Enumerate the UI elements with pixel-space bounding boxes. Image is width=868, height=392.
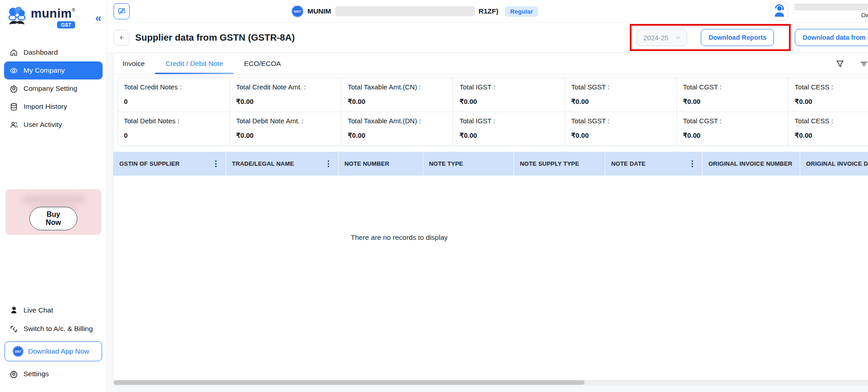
tab-eco-ecoa[interactable]: ECO/ECOA bbox=[234, 53, 292, 74]
column-header-note-supply-type[interactable]: NOTE SUPPLY TYPE bbox=[514, 152, 605, 176]
switch-to-billing-item[interactable]: Switch to A/c. & Billing bbox=[0, 322, 107, 336]
sidebar-item-label: Company Setting bbox=[24, 84, 77, 93]
sidebar-item-label: My Company bbox=[24, 66, 65, 75]
logo-text-block: munim® GST bbox=[31, 8, 75, 28]
sidebar-collapse-icon[interactable]: « bbox=[95, 13, 101, 23]
summary-label: Total Debit Note Amt. : bbox=[236, 117, 335, 125]
user-role-label: Owner bbox=[861, 12, 868, 19]
sidebar-item-import-history[interactable]: Import History bbox=[0, 98, 107, 116]
download-reports-button[interactable]: Download Reports bbox=[701, 29, 774, 46]
column-header-note-date[interactable]: NOTE DATE⋮ bbox=[605, 152, 702, 176]
sidebar-item-company-setting[interactable]: Company Setting bbox=[0, 79, 107, 98]
footer-item-label: Switch to A/c. & Billing bbox=[24, 325, 93, 333]
sidebar-item-dashboard[interactable]: Dashboard bbox=[0, 43, 107, 61]
summary-cell: Total CGST :₹0.00 bbox=[676, 112, 788, 145]
summary-cell: Total Credit Notes :0 bbox=[118, 78, 229, 112]
content-card: Invoice Credit / Debit Note ECO/ECOA Tot… bbox=[113, 52, 868, 386]
horizontal-scrollbar-thumb[interactable] bbox=[113, 380, 585, 385]
summary-value: 0 bbox=[124, 98, 223, 105]
sidebar-item-label: Dashboard bbox=[24, 48, 58, 56]
promo-redacted-text bbox=[23, 196, 84, 203]
column-header-original-invoice-number[interactable]: ORIGINAL INVOICE NUMBER bbox=[702, 152, 800, 176]
summary-label: Total Debit Notes : bbox=[124, 117, 223, 125]
promo-card: Buy Now bbox=[5, 189, 101, 235]
summary-value: ₹0.00 bbox=[348, 131, 446, 140]
munim-mascot-icon bbox=[6, 6, 28, 30]
table-body: There are no records to display bbox=[113, 176, 868, 386]
support-button[interactable] bbox=[770, 2, 788, 20]
summary-value: ₹0.00 bbox=[236, 98, 335, 106]
column-header-note-type[interactable]: NOTE TYPE bbox=[423, 152, 514, 176]
summary-cell: Total CGST :₹0.00 bbox=[676, 78, 788, 112]
summary-label: Total CESS : bbox=[795, 83, 868, 91]
sidebar-item-user-activity[interactable]: User Activity bbox=[0, 116, 107, 134]
back-arrow-icon bbox=[118, 34, 125, 42]
summary-value: 0 bbox=[124, 131, 223, 139]
summary-row-debit: Total Debit Notes :0 Total Debit Note Am… bbox=[118, 112, 868, 145]
summary-value: ₹0.00 bbox=[795, 131, 868, 140]
sidebar-item-label: User Activity bbox=[24, 121, 62, 129]
column-menu-icon[interactable]: ⋮ bbox=[685, 160, 696, 168]
status-badge: Regular bbox=[505, 6, 538, 17]
column-label: NOTE DATE bbox=[611, 160, 646, 167]
munim-logo: munim® GST bbox=[6, 6, 75, 30]
column-label: NOTE NUMBER bbox=[344, 160, 389, 167]
horizontal-scrollbar[interactable] bbox=[113, 380, 868, 385]
page-title-row: Supplier data from GSTN (GSTR-8A) 2024-2… bbox=[107, 23, 868, 52]
live-chat-item[interactable]: Live Chat bbox=[0, 303, 107, 317]
filter-lines-icon[interactable] bbox=[859, 59, 868, 68]
logo-wordmark: munim bbox=[31, 7, 72, 20]
company-header: GST MUNIM R1ZF) Regular bbox=[292, 0, 538, 23]
summary-cell: Total Taxable Amt.(DN) :₹0.00 bbox=[341, 112, 453, 145]
chevron-down-icon bbox=[675, 34, 681, 41]
settings-item[interactable]: Settings bbox=[0, 367, 107, 381]
summary-cell: Total Taxable Amt.(CN) :₹0.00 bbox=[341, 78, 453, 112]
tab-invoice[interactable]: Invoice bbox=[113, 53, 155, 74]
footer-item-label: Download App Now bbox=[28, 347, 89, 355]
column-header-trade-legal-name[interactable]: TRADE/LEGAL NAME⋮ bbox=[226, 152, 338, 176]
filter-funnel-icon[interactable] bbox=[835, 59, 844, 68]
tab-credit-debit-note[interactable]: Credit / Debit Note bbox=[155, 53, 234, 74]
summary-value: ₹0.00 bbox=[348, 98, 446, 106]
back-button[interactable] bbox=[113, 30, 129, 46]
summary-cell: Total IGST :₹0.00 bbox=[453, 112, 564, 145]
column-menu-icon[interactable]: ⋮ bbox=[208, 160, 220, 168]
summary-label: Total Credit Note Amt. : bbox=[236, 83, 335, 91]
summary-label: Total SGST : bbox=[571, 83, 670, 91]
summary-label: Total Credit Notes : bbox=[124, 83, 223, 91]
gear-icon bbox=[9, 370, 18, 378]
column-menu-icon[interactable]: ⋮ bbox=[321, 160, 332, 168]
download-data-gstn-button[interactable]: Download data from GSTN bbox=[795, 29, 868, 46]
summary-cell: Total CESS :₹0.00 bbox=[788, 112, 868, 145]
column-header-original-invoice-date[interactable]: ORIGINAL INVOICE DATE bbox=[800, 152, 868, 176]
table-toolbar-icons bbox=[835, 53, 868, 74]
support-agent-icon bbox=[771, 3, 788, 20]
summary-value: ₹0.00 bbox=[683, 98, 782, 106]
summary-row-credit: Total Credit Notes :0 Total Credit Note … bbox=[118, 78, 868, 112]
download-app-now-button[interactable]: GST Download App Now bbox=[5, 341, 102, 361]
sidebar-item-my-company[interactable]: My Company bbox=[4, 61, 103, 79]
column-label: TRADE/LEGAL NAME bbox=[232, 160, 294, 167]
feedback-button[interactable] bbox=[113, 3, 130, 19]
database-icon bbox=[9, 103, 18, 111]
sidebar-nav: Dashboard My Company Company Setting Imp… bbox=[0, 43, 107, 134]
summary-value: ₹0.00 bbox=[459, 98, 558, 106]
gst-badge-icon: GST bbox=[13, 346, 24, 357]
summary-label: Total IGST : bbox=[459, 117, 558, 125]
summary-value: ₹0.00 bbox=[571, 131, 670, 140]
column-header-gstin-of-supplier[interactable]: GSTIN OF SUPPLIER⋮ bbox=[113, 152, 226, 176]
column-header-note-number[interactable]: NOTE NUMBER bbox=[338, 152, 423, 176]
company-gstin-suffix: R1ZF) bbox=[479, 7, 499, 15]
tabs-row: Invoice Credit / Debit Note ECO/ECOA bbox=[113, 53, 868, 75]
summary-label: Total CGST : bbox=[683, 83, 782, 91]
company-name-prefix: MUNIM bbox=[307, 7, 331, 15]
summary-value: ₹0.00 bbox=[571, 98, 670, 106]
logo-gst-badge: GST bbox=[57, 21, 75, 28]
financial-year-value: 2024-25 bbox=[643, 34, 668, 42]
swap-icon bbox=[9, 325, 18, 333]
title-controls: 2024-25 Download Reports Download data f… bbox=[637, 29, 868, 46]
topbar: GST MUNIM R1ZF) Regular Owner NI bbox=[107, 0, 868, 23]
financial-year-select[interactable]: 2024-25 bbox=[637, 29, 687, 46]
buy-now-button[interactable]: Buy Now bbox=[29, 207, 77, 230]
summary-value: ₹0.00 bbox=[683, 131, 782, 140]
